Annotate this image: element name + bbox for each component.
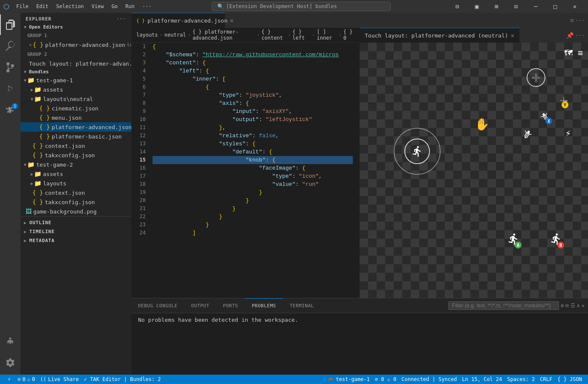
tree-item-platformer-advanced[interactable]: { } platformer-advanced.json (20, 122, 131, 132)
outline-header[interactable]: ▶ Outline (20, 218, 131, 227)
activity-item-run[interactable] (0, 78, 20, 99)
activity-item-explorer[interactable] (0, 14, 20, 35)
timeline-header[interactable]: ▶ Timeline (20, 227, 131, 236)
tab-close-button[interactable]: ✕ (230, 17, 233, 24)
panel-tab-terminal[interactable]: Terminal (283, 298, 321, 313)
tree-item-platformer-basic[interactable]: { } platformer-basic.json (20, 132, 131, 141)
remote-icon: ⚡ (8, 376, 11, 382)
breadcrumb-file[interactable]: { } platformer-advanced.json (193, 29, 255, 41)
bundles-header[interactable]: ▼ Bundles (20, 68, 131, 75)
open-editor-platformer-advanced[interactable]: ✕ { } platformer-advanced.json test-g... (20, 40, 131, 49)
collapse-all-icon[interactable]: ⊟ (565, 303, 568, 309)
breadcrumb-layouts[interactable]: layouts (136, 32, 158, 38)
status-connected[interactable]: Connected | Synced (399, 375, 459, 384)
tree-item-context-2[interactable]: { } context.json (20, 188, 131, 197)
sidebar-header-actions[interactable]: ··· (116, 16, 126, 22)
group1-header: Group 1 (20, 31, 131, 40)
more-icon[interactable]: ··· (575, 32, 585, 38)
menu-run[interactable]: Run (122, 3, 138, 10)
panel-tab-ports[interactable]: Ports (216, 298, 245, 313)
filter-icon[interactable]: ⚙ (561, 303, 564, 309)
tree-item-test-game-2[interactable]: ▼ 📁 test-game-2 (20, 160, 131, 169)
tree-item-takxconfig-1[interactable]: { } takxconfig.json (20, 150, 131, 160)
preview-tab-close[interactable]: ✕ (511, 32, 514, 39)
more-actions-icon[interactable]: ··· (575, 17, 585, 23)
panel-close-icon[interactable]: ✕ (582, 303, 585, 309)
more-panel-icon[interactable]: ☰ (571, 303, 575, 309)
status-spaces[interactable]: Spaces: 2 (504, 375, 537, 384)
tree-item-takxconfig-2[interactable]: { } takxconfig.json (20, 197, 131, 207)
tree-item-cinematic[interactable]: { } cinematic.json (20, 104, 131, 113)
layout-btn-3[interactable]: ⊞ (487, 0, 506, 13)
open-editor-touch-layout[interactable]: Touch layout: platformer-advan... (20, 59, 131, 68)
tree-item-context-1[interactable]: { } context.json (20, 141, 131, 150)
json-file-icon: { } (39, 105, 50, 112)
menu-selection[interactable]: Selection (53, 3, 87, 10)
status-remote-errors[interactable]: ⊘ 0 ⚠ 0 (372, 375, 399, 384)
menu-file[interactable]: File (13, 3, 32, 10)
status-remote[interactable]: ⚡ (3, 375, 15, 384)
close-button[interactable]: ✕ (565, 0, 585, 13)
status-cursor-position[interactable]: Ln 15, Col 24 (459, 375, 504, 384)
split-editor-icon[interactable]: ⊡ (571, 17, 574, 23)
open-editors-header[interactable]: ▼ Open Editors (20, 23, 131, 31)
breadcrumb-sep3: › (257, 32, 259, 38)
menu-icon[interactable]: ≡ (578, 48, 583, 58)
timeline-label: Timeline (29, 229, 55, 234)
panel-tab-problems[interactable]: Problems (245, 298, 283, 313)
menu-more[interactable]: ··· (139, 3, 155, 10)
tab-label: platformer-advanced.json (147, 17, 228, 24)
tree-item-layouts-neutral[interactable]: ▼ 📁 layouts\neutral (20, 94, 131, 104)
metadata-header[interactable]: ▶ Metadata (20, 236, 131, 245)
status-encoding[interactable]: CRLF (537, 375, 555, 384)
status-language[interactable]: { } JSON (555, 375, 585, 384)
search-bar[interactable]: 🔍 [Extension Development Host] bundles (212, 2, 391, 11)
breadcrumb-inner[interactable]: [ ] inner (317, 29, 337, 41)
problems-filter-input[interactable] (448, 301, 559, 310)
tree-item-game-background[interactable]: 🖼 game-background.png (20, 207, 131, 216)
panel-tab-output[interactable]: Output (184, 298, 216, 313)
tree-item-assets-1[interactable]: ▶ 📁 assets (20, 85, 131, 94)
breadcrumb-neutral[interactable]: neutral (164, 32, 186, 38)
panel-tab-debug-console[interactable]: Debug Console (131, 298, 184, 313)
tree-item-assets-2[interactable]: ▶ 📁 assets (20, 169, 131, 179)
activity-item-account[interactable] (0, 331, 20, 352)
maximize-button[interactable]: □ (545, 0, 565, 13)
status-game[interactable]: 🎮 test-game-1 (325, 375, 372, 384)
breadcrumb-0[interactable]: { } 0 (343, 29, 355, 41)
status-errors[interactable]: ⊘ 0 ⚠ 0 (15, 375, 37, 384)
tab-platformer-advanced[interactable]: { } platformer-advanced.json ✕ (131, 13, 225, 28)
menu-edit[interactable]: Edit (33, 3, 52, 10)
tree-item-test-game-1[interactable]: ▼ 📁 test-game-1 (20, 75, 131, 85)
activity-item-search[interactable] (0, 36, 20, 56)
layout-btn-1[interactable]: ⊟ (447, 0, 467, 13)
layout-btn-2[interactable]: ▣ (467, 0, 487, 13)
folder-icon: 📁 (34, 170, 41, 177)
panel-up-icon[interactable]: ∧ (577, 303, 580, 309)
tree-item-layouts-2[interactable]: ▶ 📁 layouts (20, 179, 131, 188)
code-content: 1 2 3 4 5 6 7 8 9 10 11 12 13 (131, 43, 360, 298)
activity-item-extensions[interactable]: 1 (0, 100, 20, 120)
minimize-button[interactable]: ─ (526, 0, 545, 13)
breadcrumb-left[interactable]: { } left (292, 29, 310, 41)
menu-view[interactable]: View (88, 3, 107, 10)
status-tak-editor[interactable]: ✓ TAK Editor | Bundles: 2 (81, 375, 164, 384)
tree-item-menu[interactable]: { } menu.json (20, 113, 131, 122)
menu-go[interactable]: Go (108, 3, 121, 10)
map-icon[interactable]: 🗺 (564, 48, 573, 58)
activity-item-settings[interactable] (0, 352, 20, 373)
pin-icon[interactable]: 📌 (566, 32, 574, 39)
breadcrumb-content[interactable]: { } content (261, 29, 286, 41)
line-num-10: 10 (131, 115, 146, 124)
status-liveshare[interactable]: (( Live Share (37, 375, 81, 384)
close-icon[interactable]: ✕ (29, 40, 32, 49)
preview-tab[interactable]: Touch layout: platformer-advanced (neutr… (360, 28, 519, 43)
code-lines[interactable]: { "$schema": "https://raw.githubusercont… (149, 43, 356, 298)
code-line-1: { (153, 43, 353, 51)
layout-btn-4[interactable]: ⊡ (506, 0, 526, 13)
activity-item-source-control[interactable] (0, 57, 20, 78)
titlebar: ⬡ File Edit Selection View Go Run ··· 🔍 … (0, 0, 588, 13)
search-text: [Extension Development Host] bundles (226, 3, 337, 9)
editor-tab-actions: ⊡ ··· (567, 13, 588, 28)
expand-arrow-game2: ▼ (24, 162, 26, 167)
